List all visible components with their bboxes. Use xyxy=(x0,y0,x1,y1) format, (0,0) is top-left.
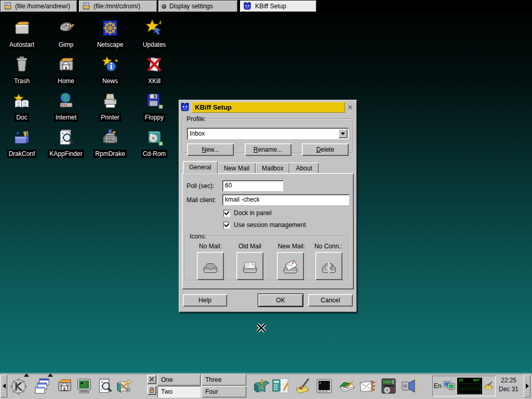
kmail-launcher[interactable] xyxy=(357,376,378,396)
mail-client-input[interactable]: kmail -check xyxy=(222,194,349,205)
new-profile-button[interactable]: New... xyxy=(187,143,234,156)
desktop-icon-printer[interactable]: Printer xyxy=(88,91,132,122)
close-icon[interactable]: × xyxy=(345,102,355,113)
icon-label[interactable]: News xyxy=(101,77,119,85)
dialog-titlebar[interactable]: KBiff Setup × xyxy=(180,101,355,113)
poll-input[interactable]: 60 xyxy=(222,180,283,191)
help-launcher[interactable] xyxy=(251,376,272,396)
tab-new-mail[interactable]: New Mail xyxy=(218,163,256,174)
tab-mailbox[interactable]: Mailbox xyxy=(256,163,289,174)
letter-in-tray-icon xyxy=(240,256,260,276)
icon-label[interactable]: Doc xyxy=(15,113,29,122)
find-files-launcher[interactable] xyxy=(95,376,115,396)
task-kbiff-setup[interactable]: KBiff Setup xyxy=(240,1,316,12)
organizer-launcher[interactable] xyxy=(270,376,291,396)
icon-label[interactable]: Home xyxy=(56,77,76,85)
poll-label: Poll (sec): xyxy=(187,182,214,190)
desktop-icon-trash[interactable]: Trash xyxy=(0,55,44,85)
kfm-folder-icon xyxy=(4,2,12,10)
pager-desktop-four[interactable]: Four xyxy=(202,386,246,397)
x-cursor-icon xyxy=(256,323,267,333)
dock-in-panel-checkbox[interactable]: Dock in panel xyxy=(223,209,272,217)
icon-label[interactable]: Autostart xyxy=(8,41,36,49)
icon-label[interactable]: DrakConf xyxy=(7,150,37,158)
system-monitor-launcher[interactable] xyxy=(74,376,95,396)
session-management-checkbox[interactable]: Use session management xyxy=(223,221,306,229)
desktop-icon-home[interactable]: Home xyxy=(44,55,88,85)
cd-player-launcher[interactable] xyxy=(378,376,399,396)
desktop-icon-drakconf[interactable]: DrakConf xyxy=(0,127,44,158)
chevron-down-icon xyxy=(341,132,345,135)
desktop-icon-updates[interactable]: Updates xyxy=(132,18,176,49)
desktop: Autostart Gimp Netscape Updates Trash Ho… xyxy=(0,13,532,373)
delete-profile-button[interactable]: Delete xyxy=(302,143,349,156)
panel-hide-left-button[interactable] xyxy=(1,375,7,397)
konsole-launcher[interactable] xyxy=(314,376,335,396)
speaker-icon xyxy=(399,376,420,396)
icon-label[interactable]: Floppy xyxy=(143,113,165,122)
cancel-button[interactable]: Cancel xyxy=(308,294,353,307)
toolbox-icon xyxy=(11,127,32,148)
desktop-icon-internet[interactable]: Internet xyxy=(44,91,88,122)
desktop-icon-gimp[interactable]: Gimp xyxy=(44,18,88,49)
panel-hide-right-button[interactable] xyxy=(524,375,530,397)
profile-groupbox: Profile: Inbox New... Rename... Delete xyxy=(182,115,354,154)
pager-desktop-one[interactable]: One xyxy=(157,374,201,385)
help-button[interactable]: Help xyxy=(183,294,227,307)
tab-about[interactable]: About xyxy=(289,163,318,174)
desktop-icon-netscape[interactable]: Netscape xyxy=(88,18,132,49)
control-center-launcher[interactable] xyxy=(114,376,135,396)
icon-label[interactable]: RpmDrake xyxy=(94,150,126,158)
checkbox-check-icon[interactable] xyxy=(223,210,230,217)
desktop-icon-rpmdrake[interactable]: RPM RpmDrake xyxy=(88,127,132,158)
desktop-icon-kappfinder[interactable]: KAppFinder xyxy=(44,127,88,158)
old-mail-icon-button[interactable] xyxy=(236,252,263,280)
general-tab-panel: Poll (sec): 60 Mail client: kmail -check… xyxy=(182,173,354,289)
icon-label[interactable]: Updates xyxy=(141,41,168,49)
icon-label[interactable]: Netscape xyxy=(96,41,125,49)
notes-launcher[interactable] xyxy=(292,376,313,396)
ok-button[interactable]: OK xyxy=(258,294,303,307)
task-display-settings[interactable]: Display settings xyxy=(158,1,237,12)
lock-screen-button[interactable] xyxy=(147,385,156,395)
pager-desktop-three[interactable]: Three xyxy=(202,374,246,385)
task-label: Display settings xyxy=(169,3,213,10)
pager-desktop-two[interactable]: Two xyxy=(157,386,201,397)
writing-pad-launcher[interactable] xyxy=(336,376,356,396)
no-conn-icon-button[interactable] xyxy=(315,252,342,280)
kbiff-tray-mailbox-icon[interactable] xyxy=(483,381,494,391)
new-mail-icon-button[interactable] xyxy=(277,252,304,280)
tab-general[interactable]: General xyxy=(183,161,218,174)
tab-bar: General New Mail Mailbox About xyxy=(183,161,318,174)
desktop-icon-cdrom[interactable]: Cd-Rom xyxy=(132,127,176,158)
home-launcher[interactable] xyxy=(54,376,75,396)
window-list-button[interactable] xyxy=(32,376,53,396)
icon-label[interactable]: Printer xyxy=(99,113,121,122)
profile-combobox[interactable]: Inbox xyxy=(187,128,349,139)
no-mail-icon-button[interactable] xyxy=(197,252,224,280)
desktop-icon-doc[interactable]: Doc xyxy=(0,91,44,122)
combobox-arrow-button[interactable] xyxy=(338,129,348,138)
star-wand-icon xyxy=(144,18,165,39)
icon-label[interactable]: Gimp xyxy=(57,41,75,49)
desktop-icon-news[interactable]: News xyxy=(88,55,132,85)
panel-clock[interactable]: 22:25 Dec 31 xyxy=(496,376,521,394)
icon-label[interactable]: Internet xyxy=(54,113,78,122)
icon-label[interactable]: KAppFinder xyxy=(48,150,84,158)
k-menu-button[interactable] xyxy=(8,376,29,396)
icon-label[interactable]: Trash xyxy=(12,77,31,85)
icon-label[interactable]: Cd-Rom xyxy=(141,150,168,158)
task-cdrom-folder[interactable]: (file:/mnt/cdrom/) xyxy=(79,1,157,12)
desktop-icon-autostart[interactable]: Autostart xyxy=(0,18,44,49)
network-monitors-icon[interactable] xyxy=(443,379,456,393)
task-home-folder[interactable]: (file:/home/andrew/) xyxy=(1,1,77,12)
logout-button[interactable] xyxy=(147,375,156,384)
icon-label[interactable]: XKill xyxy=(147,77,162,85)
desktop-icon-floppy[interactable]: Floppy xyxy=(132,91,176,122)
sound-launcher[interactable] xyxy=(399,376,420,396)
desktop-icon-xkill[interactable]: XKill xyxy=(132,55,176,85)
keyboard-layout-indicator[interactable]: En xyxy=(434,382,442,390)
rename-profile-button[interactable]: Rename... xyxy=(245,143,291,156)
traffic-meter[interactable]: IN OUT xyxy=(457,378,482,394)
checkbox-check-icon[interactable] xyxy=(223,222,230,229)
